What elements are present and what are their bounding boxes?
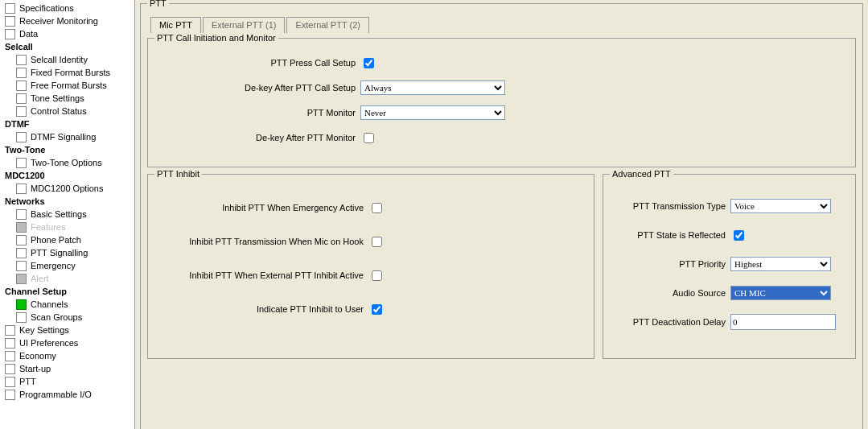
sidebar-tree: SpecificationsReceiver MonitoringDataSel… <box>0 0 135 429</box>
tree-item-label: Programmable I/O <box>19 390 92 399</box>
tree-checkbox-icon <box>16 299 27 310</box>
tree-item-label: Emergency <box>31 261 76 270</box>
tree-item-label: Specifications <box>19 3 74 13</box>
inhibit-legend: PTT Inhibit <box>154 169 202 179</box>
deact-delay-input[interactable] <box>730 314 836 330</box>
tree-item-label: Economy <box>19 351 56 361</box>
tree-item[interactable]: Alert <box>0 272 134 285</box>
tab-bar: Mic PTT External PTT (1) External PTT (2… <box>150 17 856 33</box>
tree-item[interactable]: Free Format Bursts <box>0 79 134 92</box>
tree-checkbox-icon <box>16 68 27 78</box>
state-reflected-checkbox[interactable] <box>734 230 744 241</box>
inhibit-mic-hook-label: Inhibit PTT Transmission When Mic on Hoo… <box>154 237 368 246</box>
tree-item[interactable]: DTMF <box>0 118 134 130</box>
inhibit-mic-hook-checkbox[interactable] <box>372 237 382 247</box>
inhibit-external-checkbox[interactable] <box>372 270 382 281</box>
press-call-setup-checkbox[interactable] <box>364 58 374 68</box>
tree-item[interactable]: Economy <box>0 349 134 362</box>
tree-item[interactable]: Start-up <box>0 362 134 375</box>
tree-item-label: UI Preferences <box>19 338 78 348</box>
tree-item[interactable]: Programmable I/O <box>0 388 134 401</box>
tree-item-label: Channels <box>31 299 68 309</box>
tree-item[interactable]: MDC1200 <box>0 169 134 182</box>
tree-item[interactable]: Specifications <box>0 2 134 14</box>
main-panel: PTT Mic PTT External PTT (1) External PT… <box>135 0 868 429</box>
ptt-group-legend: PTT <box>147 0 169 8</box>
tree-item-label: PTT Signalling <box>31 248 88 258</box>
tree-item[interactable]: Two-Tone Options <box>0 156 134 169</box>
tree-item[interactable]: PTT <box>0 375 134 388</box>
tree-item[interactable]: Selcall Identity <box>0 53 134 66</box>
tree-checkbox-icon <box>16 80 27 91</box>
tree-item[interactable]: Data <box>0 27 134 40</box>
tree-item[interactable]: Basic Settings <box>0 208 134 221</box>
trans-type-label: PTT Transmission Type <box>610 201 730 211</box>
tree-item[interactable]: Phone Patch <box>0 233 134 246</box>
tree-checkbox-icon <box>16 106 27 117</box>
tree-item[interactable]: Fixed Format Bursts <box>0 66 134 79</box>
ptt-monitor-select[interactable]: Never <box>360 105 505 120</box>
tree-checkbox-icon <box>16 261 27 271</box>
tree-item-label: Free Format Bursts <box>31 80 107 90</box>
tree-item[interactable]: PTT Signalling <box>0 246 134 259</box>
audio-source-select[interactable]: CH MIC <box>730 286 831 300</box>
priority-select[interactable]: Highest <box>730 257 831 271</box>
inhibit-indicate-checkbox[interactable] <box>372 304 382 315</box>
tree-item[interactable]: Scan Groups <box>0 311 134 324</box>
tree-checkbox-icon <box>16 55 27 65</box>
tree-item[interactable]: Channels <box>0 298 134 311</box>
tree-item-label: Key Settings <box>19 325 69 335</box>
tree-item[interactable]: UI Preferences <box>0 336 134 349</box>
tree-item-label: DTMF <box>5 119 30 129</box>
tree-checkbox-icon <box>5 377 15 387</box>
tree-item-label: Fixed Format Bursts <box>31 68 110 77</box>
tree-checkbox-icon <box>5 325 15 336</box>
tab-mic-ptt[interactable]: Mic PTT <box>150 17 201 33</box>
tree-checkbox-icon <box>16 132 27 142</box>
tree-item[interactable]: Control Status <box>0 105 134 118</box>
tree-item[interactable]: Selcall <box>0 40 134 53</box>
tree-item[interactable]: Key Settings <box>0 324 134 336</box>
tree-item-label: Two-Tone Options <box>31 158 102 167</box>
inhibit-indicate-label: Indicate PTT Inhibit to User <box>154 304 368 314</box>
tree-checkbox-icon <box>16 274 27 284</box>
tree-item-label: Channel Setup <box>5 287 67 296</box>
dekey-after-monitor-checkbox[interactable] <box>364 133 374 143</box>
tree-item-label: Selcall <box>5 42 33 52</box>
ptt-groupbox: PTT Mic PTT External PTT (1) External PT… <box>140 3 863 429</box>
tree-checkbox-icon <box>5 338 15 349</box>
tree-checkbox-icon <box>16 93 27 104</box>
inhibit-emergency-checkbox[interactable] <box>372 203 382 213</box>
tree-checkbox-icon <box>16 235 27 245</box>
tab-external-ptt-1[interactable]: External PTT (1) <box>203 17 286 33</box>
tree-item[interactable]: Tone Settings <box>0 92 134 105</box>
tree-item[interactable]: Features <box>0 221 134 233</box>
tree-checkbox-icon <box>5 16 15 27</box>
call-init-legend: PTT Call Initiation and Monitor <box>154 33 278 43</box>
tree-item-label: Basic Settings <box>31 209 87 219</box>
tab-external-ptt-2[interactable]: External PTT (2) <box>286 17 369 33</box>
tree-item[interactable]: Networks <box>0 195 134 208</box>
trans-type-select[interactable]: Voice <box>730 199 831 213</box>
tree-checkbox-icon <box>5 3 15 14</box>
tree-checkbox-icon <box>16 184 27 194</box>
tree-item[interactable]: Channel Setup <box>0 285 134 298</box>
tree-item-label: Two-Tone <box>5 145 45 155</box>
tree-item-label: MDC1200 Options <box>31 184 104 193</box>
dekey-after-setup-select[interactable]: Always <box>360 80 505 95</box>
tree-item-label: Control Status <box>31 106 87 116</box>
tree-item[interactable]: Emergency <box>0 259 134 272</box>
press-call-setup-label: PTT Press Call Setup <box>154 58 360 68</box>
dekey-after-monitor-label: De-key After PTT Monitor <box>154 133 360 142</box>
tree-item[interactable]: Receiver Monitoring <box>0 14 134 27</box>
inhibit-external-label: Inhibit PTT When External PTT Inhibit Ac… <box>154 270 368 280</box>
advanced-legend: Advanced PTT <box>610 169 673 179</box>
inhibit-emergency-label: Inhibit PTT When Emergency Active <box>154 203 368 212</box>
tree-item-label: Phone Patch <box>31 235 81 245</box>
tree-item[interactable]: Two-Tone <box>0 143 134 156</box>
tree-checkbox-icon <box>16 248 27 258</box>
tree-item[interactable]: DTMF Signalling <box>0 130 134 143</box>
tree-item[interactable]: MDC1200 Options <box>0 182 134 195</box>
tree-item-label: Receiver Monitoring <box>19 16 98 26</box>
tree-item-label: MDC1200 <box>5 171 45 180</box>
